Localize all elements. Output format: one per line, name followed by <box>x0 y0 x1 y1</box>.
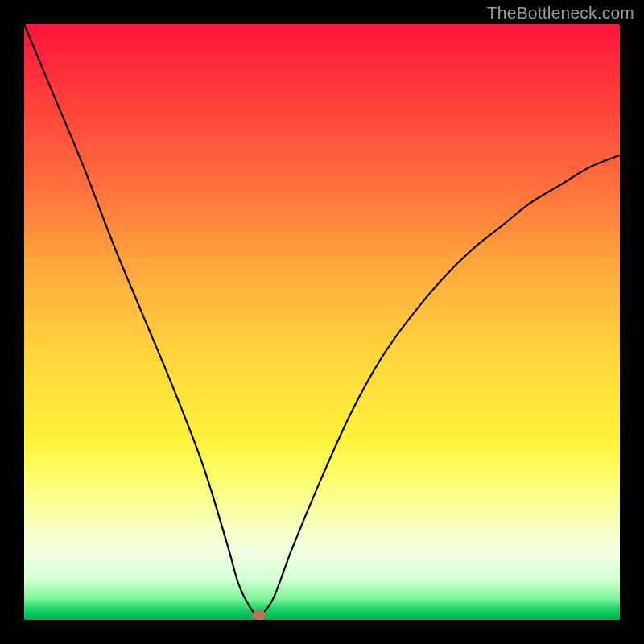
chart-frame: TheBottleneck.com <box>0 0 644 644</box>
watermark-text: TheBottleneck.com <box>487 3 634 23</box>
optimal-marker <box>253 610 266 620</box>
curve-svg <box>24 24 620 620</box>
bottleneck-curve <box>24 24 620 616</box>
plot-area <box>24 24 620 620</box>
